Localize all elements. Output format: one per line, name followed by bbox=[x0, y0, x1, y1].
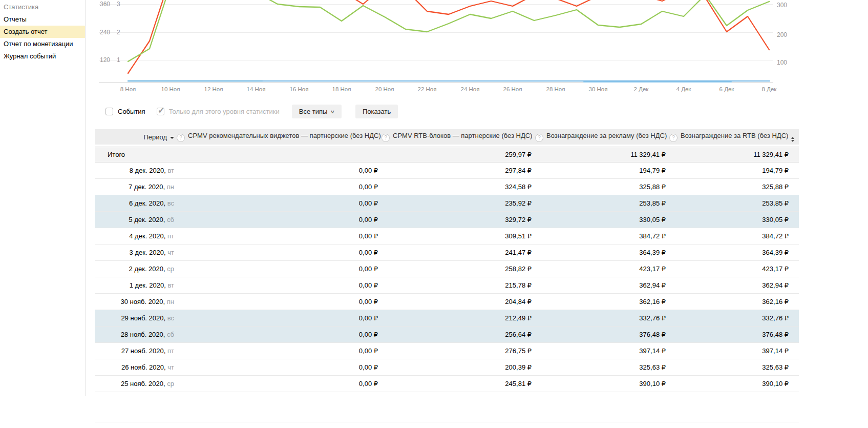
value-cell: 0,00 ₽ bbox=[177, 265, 382, 273]
value-cell: 376,48 ₽ bbox=[535, 331, 669, 338]
period-cell: 26 нояб. 2020, чт bbox=[95, 363, 177, 371]
svg-text:200: 200 bbox=[777, 31, 787, 38]
value-cell: 258,82 ₽ bbox=[382, 265, 535, 273]
period-cell: 1 дек. 2020, вт bbox=[95, 281, 177, 289]
svg-text:16 Ноя: 16 Ноя bbox=[290, 86, 309, 92]
help-icon[interactable]: ? bbox=[535, 134, 543, 142]
event-types-dropdown[interactable]: Все типы∨ bbox=[292, 105, 342, 118]
line-chart-svg: 3603240212013002001008 Ноя10 Ноя12 Ноя14… bbox=[95, 0, 799, 98]
table-row: 6 дек. 2020, вс0,00 ₽235,92 ₽253,85 ₽253… bbox=[95, 195, 799, 212]
date-text: 27 нояб. 2020, bbox=[121, 347, 167, 355]
value-cell: 0,00 ₽ bbox=[177, 281, 382, 289]
value-cell: 253,85 ₽ bbox=[669, 199, 799, 207]
table-row: 29 нояб. 2020, вс0,00 ₽212,49 ₽332,76 ₽3… bbox=[95, 310, 799, 327]
help-icon[interactable]: ? bbox=[669, 134, 678, 142]
value-cell: 309,51 ₽ bbox=[382, 232, 535, 240]
value-cell: 0,00 ₽ bbox=[177, 216, 382, 223]
sidebar-item-statistics[interactable]: Статистика bbox=[0, 1, 85, 13]
table-row: 30 нояб. 2020, пн0,00 ₽204,84 ₽362,16 ₽3… bbox=[95, 294, 799, 310]
weekday-text: вт bbox=[167, 167, 174, 174]
sidebar-item-monetization-report[interactable]: Отчет по монетизации bbox=[0, 38, 85, 50]
sidebar-item-event-log[interactable]: Журнал событий bbox=[0, 50, 85, 63]
value-cell: 0,00 ₽ bbox=[177, 331, 382, 338]
table-total-row: Итого259,97 ₽11 329,41 ₽11 329,41 ₽ bbox=[95, 147, 799, 162]
sidebar-item-reports[interactable]: Отчеты bbox=[0, 13, 85, 26]
value-cell: 235,92 ₽ bbox=[382, 199, 535, 207]
svg-text:8 Ноя: 8 Ноя bbox=[120, 86, 136, 92]
value-cell: 362,94 ₽ bbox=[535, 281, 669, 289]
table-row: 4 дек. 2020, пт0,00 ₽309,51 ₽384,72 ₽384… bbox=[95, 228, 799, 244]
value-cell: 384,72 ₽ bbox=[669, 232, 799, 240]
value-cell: 194,79 ₽ bbox=[535, 167, 669, 174]
date-text: 7 дек. 2020, bbox=[129, 183, 167, 191]
value-cell: 0,00 ₽ bbox=[177, 363, 382, 371]
level-checkbox[interactable]: ✓ bbox=[157, 108, 164, 115]
column-header-label: CPMV RTB-блоков — партнерские (без НДС) bbox=[393, 132, 532, 139]
value-cell: 397,14 ₽ bbox=[535, 347, 669, 355]
help-icon[interactable]: ? bbox=[382, 134, 390, 142]
value-cell: 332,76 ₽ bbox=[669, 314, 799, 322]
value-cell: 0,00 ₽ bbox=[177, 314, 382, 322]
help-icon[interactable]: ? bbox=[177, 134, 185, 142]
table-row: 27 нояб. 2020, пт0,00 ₽276,75 ₽397,14 ₽3… bbox=[95, 343, 799, 359]
period-cell: 3 дек. 2020, чт bbox=[95, 249, 177, 256]
events-checkbox[interactable] bbox=[105, 108, 113, 115]
column-header-5[interactable]: ?Вознаграждение за RTB (без НДС) bbox=[669, 132, 799, 142]
chart-controls: События ✓ Только для этого уровня статис… bbox=[105, 104, 398, 118]
column-header-3[interactable]: ?CPMV RTB-блоков — партнерские (без НДС) bbox=[382, 132, 535, 142]
chevron-down-icon: ∨ bbox=[330, 105, 335, 119]
table-body: 8 дек. 2020, вт0,00 ₽297,84 ₽194,79 ₽194… bbox=[95, 162, 799, 422]
value-cell: 212,49 ₽ bbox=[382, 314, 535, 322]
column-header-1[interactable]: Период bbox=[95, 133, 177, 141]
table-row: 7 дек. 2020, пн0,00 ₽324,58 ₽325,88 ₽325… bbox=[95, 179, 799, 195]
svg-text:26 Ноя: 26 Ноя bbox=[503, 86, 522, 92]
value-cell: 390,10 ₽ bbox=[535, 380, 669, 388]
value-cell: 423,17 ₽ bbox=[535, 265, 669, 273]
value-cell: 362,94 ₽ bbox=[669, 281, 799, 289]
date-text: 8 дек. 2020, bbox=[130, 167, 168, 174]
date-text: 3 дек. 2020, bbox=[130, 249, 168, 256]
value-cell: 390,10 ₽ bbox=[669, 380, 799, 388]
period-cell: 5 дек. 2020, сб bbox=[95, 216, 177, 223]
value-cell: 241,47 ₽ bbox=[382, 249, 535, 256]
column-header-4[interactable]: ?Вознаграждение за рекламу (без НДС) bbox=[535, 132, 669, 142]
show-button[interactable]: Показать bbox=[355, 105, 398, 118]
period-cell: 27 нояб. 2020, пт bbox=[95, 347, 177, 355]
svg-text:3: 3 bbox=[117, 1, 120, 8]
date-text: 29 нояб. 2020, bbox=[121, 314, 167, 322]
level-checkbox-label: Только для этого уровня статистики bbox=[169, 108, 280, 115]
column-header-label: Вознаграждение за RTB (без НДС) bbox=[681, 132, 788, 139]
column-header-2[interactable]: ?CPMV рекомендательных виджетов — партне… bbox=[177, 132, 382, 142]
svg-text:8 Дек: 8 Дек bbox=[762, 86, 777, 92]
table-row: 28 нояб. 2020, сб0,00 ₽256,64 ₽376,48 ₽3… bbox=[95, 327, 799, 343]
value-cell: 330,05 ₽ bbox=[535, 216, 669, 223]
value-cell: 325,88 ₽ bbox=[669, 183, 799, 191]
statistics-table: Период?CPMV рекомендательных виджетов — … bbox=[95, 129, 799, 422]
svg-text:14 Ноя: 14 Ноя bbox=[247, 86, 266, 92]
value-cell: 0,00 ₽ bbox=[177, 183, 382, 191]
period-cell: 4 дек. 2020, пт bbox=[95, 232, 177, 240]
table-row: 2 дек. 2020, ср0,00 ₽258,82 ₽423,17 ₽423… bbox=[95, 261, 799, 277]
svg-text:30 Ноя: 30 Ноя bbox=[589, 86, 608, 92]
total-value: 11 329,41 ₽ bbox=[535, 151, 669, 158]
value-cell: 362,16 ₽ bbox=[535, 298, 669, 305]
weekday-text: чт bbox=[167, 363, 174, 371]
value-cell: 325,88 ₽ bbox=[535, 183, 669, 191]
value-cell: 329,72 ₽ bbox=[382, 216, 535, 223]
sort-arrows-icon bbox=[791, 137, 794, 142]
svg-text:1: 1 bbox=[117, 56, 120, 64]
value-cell: 376,48 ₽ bbox=[669, 331, 799, 338]
value-cell: 0,00 ₽ bbox=[177, 167, 382, 174]
date-text: 4 дек. 2020, bbox=[129, 232, 167, 240]
value-cell: 253,85 ₽ bbox=[535, 199, 669, 207]
value-cell: 330,05 ₽ bbox=[669, 216, 799, 223]
svg-text:2 Дек: 2 Дек bbox=[634, 86, 649, 92]
weekday-text: сб bbox=[167, 216, 174, 223]
value-cell: 276,75 ₽ bbox=[382, 347, 535, 355]
value-cell: 297,84 ₽ bbox=[382, 167, 535, 174]
value-cell: 325,63 ₽ bbox=[669, 363, 799, 371]
event-types-dropdown-label: Все типы bbox=[299, 108, 328, 115]
value-cell: 0,00 ₽ bbox=[177, 298, 382, 305]
sidebar-item-create-report[interactable]: Создать отчет bbox=[0, 26, 85, 38]
sidebar: СтатистикаОтчетыСоздать отчетОтчет по мо… bbox=[0, 0, 86, 396]
